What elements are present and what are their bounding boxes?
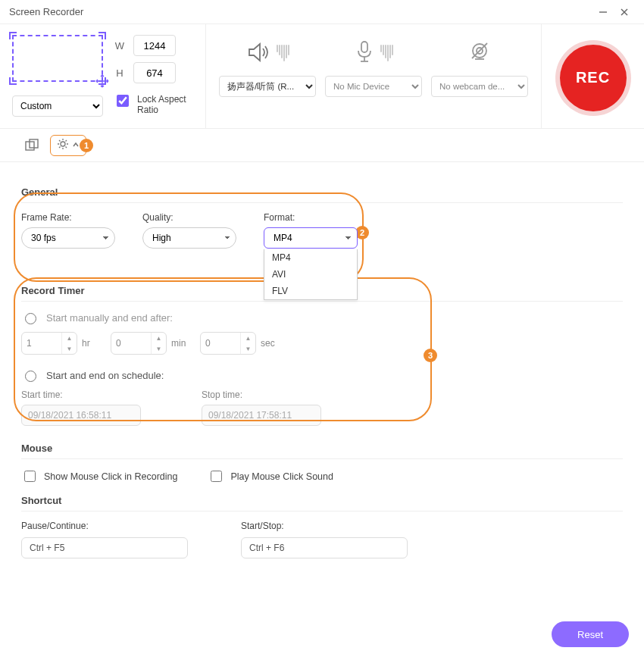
record-section: REC: [542, 24, 644, 128]
stepper-down[interactable]: ▼: [152, 343, 166, 354]
shortcut-heading: Shortcut: [21, 495, 623, 512]
stop-time-label: Stop time:: [202, 390, 321, 400]
devices-section: 扬声器/听筒 (R... No Mic Device: [206, 24, 542, 128]
webcam-select[interactable]: No webcam de...: [431, 76, 528, 97]
minutes-input[interactable]: [111, 333, 151, 354]
lock-aspect-label: Lock Aspect Ratio: [137, 94, 198, 116]
height-input[interactable]: [133, 62, 176, 83]
quality-select[interactable]: High: [142, 227, 236, 249]
settings-panel: 2 3 General Frame Rate: 30 fps Quality: …: [0, 162, 644, 566]
webcam-icon: [468, 41, 491, 66]
record-button[interactable]: REC: [560, 45, 627, 111]
show-click-label: Show Mouse Click in Recording: [44, 471, 177, 482]
hours-stepper[interactable]: ▲▼: [21, 332, 77, 355]
general-heading: General: [21, 186, 623, 203]
schedule-label: Start and end on schedule:: [46, 370, 164, 381]
layout-icon[interactable]: [21, 135, 42, 156]
minutes-stepper[interactable]: ▲▼: [111, 332, 167, 355]
reset-button[interactable]: Reset: [552, 621, 629, 647]
settings-toggle[interactable]: 1: [50, 135, 86, 156]
height-label: H: [114, 67, 126, 79]
start-time-input[interactable]: [21, 405, 141, 426]
region-preview[interactable]: [12, 35, 103, 82]
close-button[interactable]: [614, 2, 635, 23]
lock-aspect-checkbox[interactable]: [117, 95, 129, 107]
manual-radio[interactable]: [25, 313, 36, 324]
manual-label: Start manually and end after:: [46, 312, 173, 324]
window-title: Screen Recorder: [9, 6, 592, 17]
seconds-input[interactable]: [201, 333, 240, 354]
stepper-up[interactable]: ▲: [62, 333, 77, 343]
width-input[interactable]: [133, 35, 176, 56]
speaker-icon: [246, 41, 270, 66]
chevron-up-icon: [72, 139, 80, 151]
startstop-shortcut-label: Start/Stop:: [241, 521, 408, 531]
callout-badge-1: 1: [80, 139, 93, 152]
width-label: W: [114, 40, 126, 52]
callout-badge-3: 3: [424, 349, 437, 362]
quality-label: Quality:: [142, 212, 236, 223]
settings-toolbar: 1: [0, 129, 644, 162]
mouse-heading: Mouse: [21, 443, 623, 459]
frame-rate-label: Frame Rate:: [21, 212, 115, 223]
move-icon: [95, 74, 109, 88]
minutes-unit: min: [171, 338, 192, 349]
svg-point-11: [61, 142, 65, 146]
gear-icon: [57, 138, 69, 152]
seconds-stepper[interactable]: ▲▼: [200, 332, 256, 355]
record-button-label: REC: [576, 69, 610, 86]
frame-rate-select[interactable]: 30 fps: [21, 227, 115, 249]
stop-time-input[interactable]: [202, 405, 321, 426]
stepper-up[interactable]: ▲: [152, 333, 166, 343]
pause-shortcut-label: Pause/Continue:: [21, 521, 188, 531]
start-time-label: Start time:: [21, 390, 141, 400]
mic-select[interactable]: No Mic Device: [325, 76, 422, 97]
stepper-down[interactable]: ▼: [241, 343, 255, 354]
format-option[interactable]: MP4: [264, 249, 357, 266]
show-click-checkbox[interactable]: [24, 471, 36, 482]
format-option[interactable]: FLV: [264, 283, 357, 299]
region-mode-select[interactable]: Custom: [12, 95, 103, 117]
pause-shortcut-input[interactable]: [21, 537, 188, 558]
seconds-unit: sec: [261, 338, 282, 349]
startstop-shortcut-input[interactable]: [241, 537, 408, 558]
titlebar: Screen Recorder: [0, 0, 644, 24]
mic-icon: [355, 40, 374, 67]
format-select[interactable]: MP4: [264, 227, 358, 249]
minimize-button[interactable]: [592, 2, 614, 23]
svg-rect-3: [361, 42, 367, 52]
hours-input[interactable]: [22, 333, 61, 354]
region-section: Custom W H Lock Aspect Ratio: [0, 24, 206, 128]
mic-level-icon: [380, 45, 393, 61]
footer: Reset: [0, 612, 644, 657]
play-sound-label: Play Mouse Click Sound: [230, 471, 333, 482]
play-sound-checkbox[interactable]: [211, 471, 222, 482]
hours-unit: hr: [82, 338, 103, 349]
stepper-up[interactable]: ▲: [241, 333, 255, 343]
stepper-down[interactable]: ▼: [62, 343, 77, 354]
speaker-select[interactable]: 扬声器/听筒 (R...: [219, 76, 316, 97]
format-option[interactable]: AVI: [264, 266, 357, 283]
format-label: Format:: [264, 212, 358, 223]
schedule-radio[interactable]: [25, 371, 36, 382]
top-controls: Custom W H Lock Aspect Ratio: [0, 24, 644, 129]
speaker-level-icon: [277, 45, 289, 61]
format-dropdown: MP4 AVI FLV: [264, 249, 358, 300]
